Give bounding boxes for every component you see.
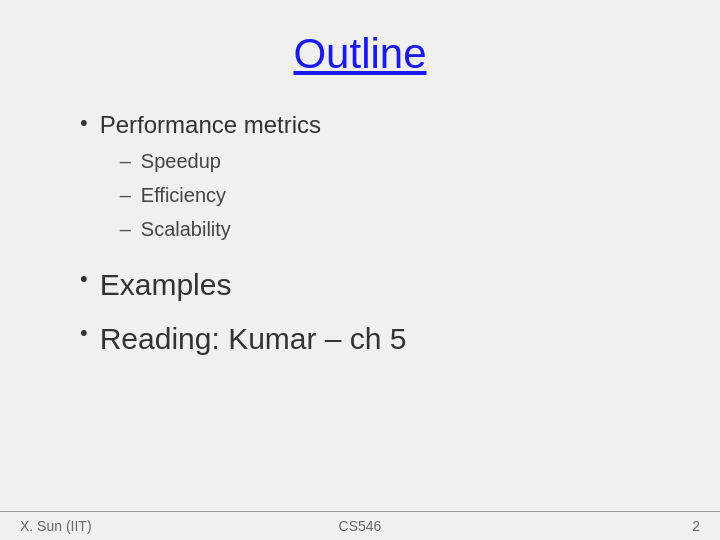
bullet-examples-text: Examples <box>100 264 232 306</box>
slide: Outline • Performance metrics – Speedup … <box>0 0 720 540</box>
dash-scalability: – <box>120 214 131 244</box>
sub-item-scalability: – Scalability <box>120 214 321 244</box>
footer-page: 2 <box>473 518 700 534</box>
bullet-item-examples: • Examples <box>80 264 660 306</box>
sub-text-speedup: Speedup <box>141 146 221 176</box>
footer-course: CS546 <box>247 518 474 534</box>
dash-efficiency: – <box>120 180 131 210</box>
footer-author: X. Sun (IIT) <box>20 518 247 534</box>
dash-speedup: – <box>120 146 131 176</box>
bullet-item-reading: • Reading: Kumar – ch 5 <box>80 318 660 360</box>
slide-footer: X. Sun (IIT) CS546 2 <box>0 511 720 540</box>
bullet-performance-text: Performance metrics <box>100 111 321 138</box>
sub-text-scalability: Scalability <box>141 214 231 244</box>
slide-content: • Performance metrics – Speedup – Effici… <box>60 108 660 540</box>
bullet-reading-text: Reading: Kumar – ch 5 <box>100 318 407 360</box>
bullet-item-performance: • Performance metrics – Speedup – Effici… <box>80 108 660 252</box>
bullet-symbol-1: • <box>80 108 88 139</box>
sub-item-speedup: – Speedup <box>120 146 321 176</box>
sub-list-performance: – Speedup – Efficiency – Scalability <box>120 146 321 244</box>
bullet-symbol-2: • <box>80 264 88 295</box>
slide-title: Outline <box>60 30 660 78</box>
bullet-performance-block: Performance metrics – Speedup – Efficien… <box>100 108 321 252</box>
sub-item-efficiency: – Efficiency <box>120 180 321 210</box>
bullet-symbol-3: • <box>80 318 88 349</box>
sub-text-efficiency: Efficiency <box>141 180 226 210</box>
